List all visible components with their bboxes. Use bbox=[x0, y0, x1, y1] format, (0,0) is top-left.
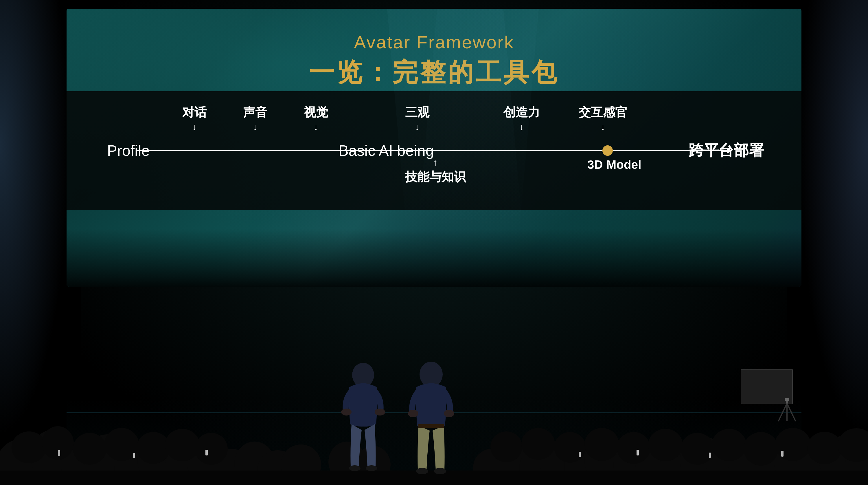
label-duihua: 对话 ↓ bbox=[182, 104, 207, 132]
jineng-arrow: ↑ bbox=[433, 158, 438, 167]
svg-point-54 bbox=[375, 408, 385, 416]
jiaohuganguan-arrow: ↓ bbox=[601, 122, 605, 132]
svg-point-56 bbox=[366, 465, 377, 471]
model3d-text: 3D Model bbox=[587, 158, 642, 172]
shengyin-arrow: ↓ bbox=[253, 122, 257, 132]
monitor-corner bbox=[741, 369, 793, 404]
svg-point-38 bbox=[195, 433, 228, 465]
svg-point-42 bbox=[585, 428, 619, 461]
chuangzaoli-text: 创造力 bbox=[503, 104, 540, 120]
svg-point-53 bbox=[341, 408, 351, 416]
shijue-text: 视觉 bbox=[304, 104, 328, 120]
label-shijue: 视觉 ↓ bbox=[304, 104, 328, 132]
svg-rect-68 bbox=[709, 453, 711, 458]
stage-floor-gradient bbox=[66, 229, 802, 287]
svg-point-44 bbox=[648, 429, 683, 461]
chuangzaoli-arrow: ↓ bbox=[519, 122, 524, 132]
svg-point-43 bbox=[617, 432, 650, 464]
svg-point-41 bbox=[554, 432, 586, 463]
svg-rect-66 bbox=[579, 452, 581, 457]
title-area: Avatar Framework 一览：完整的工具包 bbox=[309, 9, 559, 90]
svg-rect-65 bbox=[206, 450, 208, 455]
svg-point-39 bbox=[490, 431, 522, 462]
ai-being-label: Basic AI being bbox=[339, 142, 434, 159]
svg-point-46 bbox=[712, 429, 746, 461]
svg-point-40 bbox=[521, 428, 555, 460]
svg-point-58 bbox=[408, 410, 418, 417]
presenter-right bbox=[408, 362, 454, 474]
sanguan-arrow: ↓ bbox=[415, 122, 420, 132]
shengyin-text: 声音 bbox=[243, 104, 267, 120]
title-english: Avatar Framework bbox=[309, 32, 559, 52]
label-shengyin: 声音 ↓ bbox=[243, 104, 267, 132]
svg-point-62 bbox=[434, 468, 446, 474]
duihua-text: 对话 bbox=[182, 104, 207, 120]
svg-point-48 bbox=[775, 428, 811, 461]
sanguan-text: 三观 bbox=[405, 104, 429, 120]
svg-point-45 bbox=[681, 433, 714, 465]
svg-point-34 bbox=[73, 433, 106, 465]
title-chinese: 一览：完整的工具包 bbox=[309, 55, 559, 90]
diagram-inner: Profile Basic AI being 跨平台部署 对话 ↓ 声音 ↓ bbox=[101, 101, 767, 200]
svg-rect-69 bbox=[781, 451, 783, 457]
scene: Avatar Framework 一览：完整的工具包 Profile Basic… bbox=[0, 0, 868, 485]
svg-rect-64 bbox=[133, 453, 135, 458]
diagram-band: Profile Basic AI being 跨平台部署 对话 ↓ 声音 ↓ bbox=[66, 91, 802, 210]
label-3dmodel: 3D Model bbox=[587, 158, 642, 172]
svg-rect-60 bbox=[418, 424, 444, 428]
svg-point-47 bbox=[744, 432, 778, 465]
presentation-screen: Avatar Framework 一览：完整的工具包 Profile Basic… bbox=[66, 9, 802, 287]
svg-point-49 bbox=[807, 432, 842, 464]
svg-point-59 bbox=[444, 410, 454, 417]
svg-rect-63 bbox=[58, 450, 60, 456]
jineng-text: 技能与知识 bbox=[405, 169, 466, 185]
jiaohuganguan-text: 交互感官 bbox=[579, 104, 627, 120]
label-jiaohuganguan: 交互感官 ↓ bbox=[579, 104, 627, 132]
gold-dot bbox=[602, 145, 613, 156]
audience-silhouettes bbox=[0, 340, 868, 485]
label-chuangzaoli: 创造力 ↓ bbox=[503, 104, 540, 132]
svg-rect-51 bbox=[0, 470, 868, 485]
svg-point-55 bbox=[349, 465, 361, 471]
timeline-line bbox=[136, 150, 732, 151]
svg-point-32 bbox=[11, 431, 46, 463]
label-sanguan: 三观 ↓ bbox=[405, 104, 429, 132]
svg-rect-67 bbox=[637, 450, 639, 455]
shijue-arrow: ↓ bbox=[314, 122, 318, 132]
svg-point-36 bbox=[136, 432, 170, 464]
profile-label: Profile bbox=[107, 142, 150, 159]
cross-platform-label: 跨平台部署 bbox=[689, 140, 764, 161]
label-jineng: ↑ 技能与知识 bbox=[405, 158, 466, 185]
duihua-arrow: ↓ bbox=[192, 122, 197, 132]
svg-point-37 bbox=[165, 429, 199, 461]
svg-point-61 bbox=[416, 468, 428, 474]
